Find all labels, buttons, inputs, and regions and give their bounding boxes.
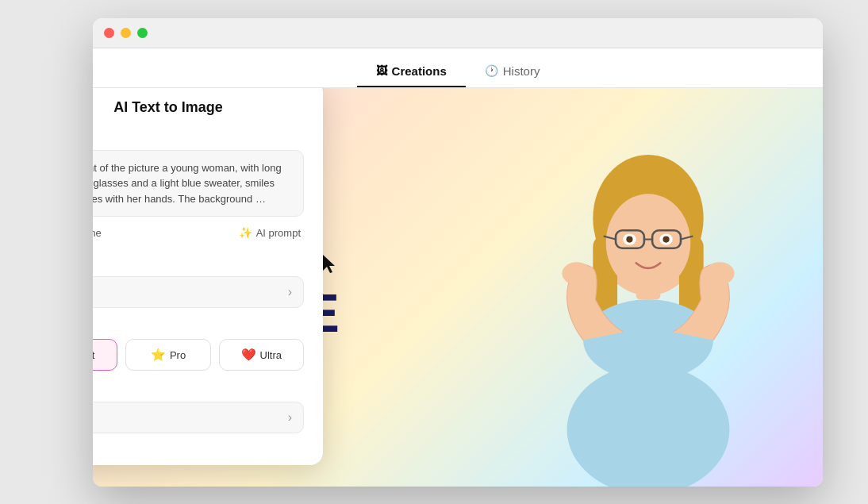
styles-dropdown[interactable]: None ›	[93, 276, 304, 308]
svg-point-13	[626, 236, 632, 242]
browser-window: 🖼 Creations 🕐 History HOW TO CREATE AN O…	[93, 18, 823, 487]
ultra-icon: ❤️	[241, 348, 256, 362]
cursor-svg	[323, 255, 339, 274]
styles-arrow-icon: ›	[288, 285, 292, 299]
ai-prompt-button[interactable]: ✨ AI prompt	[239, 226, 301, 239]
browser-content: 🖼 Creations 🕐 History HOW TO CREATE AN O…	[93, 48, 823, 487]
prompt-box[interactable]: On the right of the picture a young woma…	[93, 150, 304, 217]
woman-figure	[521, 88, 775, 487]
ai-prompt-icon: ✨	[239, 226, 252, 239]
model-fast-button[interactable]: 🚀 Fast	[93, 339, 117, 371]
tab-bar: 🖼 Creations 🕐 History	[93, 48, 823, 88]
model-ultra-label: Ultra	[260, 349, 282, 361]
tab-history[interactable]: 🕐 History	[466, 56, 559, 87]
pro-icon: ⭐	[151, 348, 166, 362]
cursor	[323, 255, 339, 274]
close-button[interactable]	[104, 28, 114, 38]
prompt-label: Prompt	[93, 132, 304, 144]
svg-point-0	[567, 364, 730, 487]
tab-creations-label: Creations	[392, 64, 447, 78]
title-bar	[93, 18, 823, 48]
svg-point-18	[705, 262, 735, 285]
svg-point-15	[663, 236, 669, 242]
models-row: 🚀 Fast ⭐ Pro ❤️ Ultra	[93, 339, 304, 371]
styles-section: Styles None ›	[93, 258, 304, 308]
svg-point-6	[606, 194, 691, 291]
tab-creations[interactable]: 🖼 Creations	[357, 56, 466, 87]
ai-prompt-label: AI prompt	[256, 227, 301, 239]
minimize-button[interactable]	[121, 28, 131, 38]
model-pro-label: Pro	[170, 349, 186, 361]
model-ultra-button[interactable]: ❤️ Ultra	[219, 339, 304, 371]
prompt-actions: 💡 Inspire me ✨ AI prompt	[93, 220, 304, 245]
prompt-text: On the right of the picture a young woma…	[93, 160, 294, 207]
inspire-me-label: Inspire me	[93, 227, 102, 239]
ratio-label: Ratio	[93, 383, 304, 395]
woman-svg	[521, 88, 775, 487]
tab-history-label: History	[503, 64, 540, 78]
ratio-dropdown[interactable]: 16:9 ›	[93, 402, 304, 433]
models-label: Models	[93, 321, 304, 333]
styles-label: Styles	[93, 258, 304, 270]
main-area: HOW TO CREATE AN ONLINE COURSE [Free Cou…	[93, 88, 823, 487]
ai-panel: AI Text to Image Prompt On the right of …	[93, 88, 323, 466]
model-fast-label: Fast	[93, 349, 94, 361]
creations-icon: 🖼	[376, 64, 387, 77]
history-icon: 🕐	[485, 64, 498, 77]
prompt-section: Prompt On the right of the picture a you…	[93, 132, 304, 246]
maximize-button[interactable]	[137, 28, 148, 38]
inspire-me-button[interactable]: 💡 Inspire me	[93, 226, 102, 239]
panel-title: AI Text to Image	[93, 99, 304, 116]
svg-point-17	[562, 262, 591, 285]
ratio-section: Ratio 16:9 ›	[93, 383, 304, 433]
ratio-arrow-icon: ›	[288, 410, 292, 425]
model-pro-button[interactable]: ⭐ Pro	[125, 339, 210, 371]
models-section: Models 🚀 Fast ⭐ Pro ❤️ Ultra	[93, 321, 304, 371]
